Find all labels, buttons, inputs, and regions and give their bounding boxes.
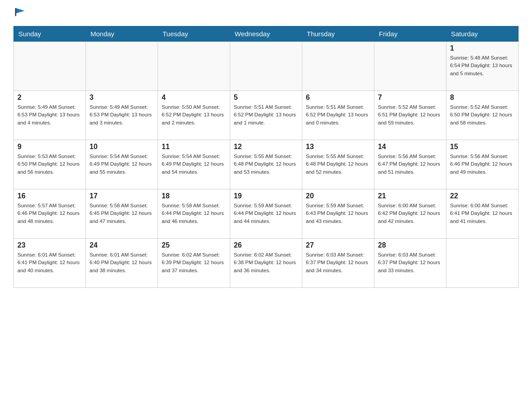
day-info: Sunrise: 5:59 AM Sunset: 6:44 PM Dayligh… bbox=[234, 202, 298, 225]
calendar-cell: 18Sunrise: 5:58 AM Sunset: 6:44 PM Dayli… bbox=[158, 189, 230, 239]
day-number: 6 bbox=[306, 94, 370, 102]
calendar-week-2: 2Sunrise: 5:49 AM Sunset: 6:53 PM Daylig… bbox=[14, 91, 519, 140]
day-number: 15 bbox=[450, 143, 515, 151]
calendar-week-1: 1Sunrise: 5:48 AM Sunset: 6:54 PM Daylig… bbox=[14, 42, 519, 91]
calendar-cell bbox=[230, 42, 302, 91]
calendar-cell: 8Sunrise: 5:52 AM Sunset: 6:50 PM Daylig… bbox=[446, 91, 519, 140]
calendar-cell bbox=[14, 42, 86, 91]
day-info: Sunrise: 5:55 AM Sunset: 6:48 PM Dayligh… bbox=[234, 153, 298, 176]
calendar-cell: 13Sunrise: 5:55 AM Sunset: 6:48 PM Dayli… bbox=[302, 140, 374, 189]
weekday-header-friday: Friday bbox=[374, 26, 446, 42]
calendar-cell: 2Sunrise: 5:49 AM Sunset: 6:53 PM Daylig… bbox=[14, 91, 86, 140]
day-info: Sunrise: 5:50 AM Sunset: 6:52 PM Dayligh… bbox=[162, 103, 226, 127]
calendar-week-4: 16Sunrise: 5:57 AM Sunset: 6:46 PM Dayli… bbox=[14, 189, 519, 239]
weekday-row: SundayMondayTuesdayWednesdayThursdayFrid… bbox=[14, 26, 519, 42]
calendar-cell: 15Sunrise: 5:56 AM Sunset: 6:46 PM Dayli… bbox=[446, 140, 519, 189]
calendar-cell: 4Sunrise: 5:50 AM Sunset: 6:52 PM Daylig… bbox=[158, 91, 230, 140]
day-number: 16 bbox=[17, 192, 82, 200]
calendar-cell bbox=[302, 42, 374, 91]
day-number: 28 bbox=[378, 241, 442, 249]
calendar-cell: 11Sunrise: 5:54 AM Sunset: 6:49 PM Dayli… bbox=[158, 140, 230, 189]
day-info: Sunrise: 5:51 AM Sunset: 6:52 PM Dayligh… bbox=[234, 103, 298, 127]
day-number: 12 bbox=[234, 143, 298, 151]
day-number: 2 bbox=[17, 94, 82, 102]
day-info: Sunrise: 5:55 AM Sunset: 6:48 PM Dayligh… bbox=[306, 153, 370, 176]
day-info: Sunrise: 5:58 AM Sunset: 6:44 PM Dayligh… bbox=[162, 202, 226, 225]
weekday-header-sunday: Sunday bbox=[14, 26, 86, 42]
day-info: Sunrise: 5:56 AM Sunset: 6:46 PM Dayligh… bbox=[450, 153, 515, 176]
page-header bbox=[13, 9, 519, 17]
day-info: Sunrise: 5:54 AM Sunset: 6:49 PM Dayligh… bbox=[162, 153, 226, 176]
day-number: 19 bbox=[234, 192, 298, 200]
calendar-cell: 28Sunrise: 6:03 AM Sunset: 6:37 PM Dayli… bbox=[374, 239, 446, 288]
weekday-header-wednesday: Wednesday bbox=[230, 26, 302, 42]
day-number: 10 bbox=[90, 143, 154, 151]
logo bbox=[13, 9, 26, 17]
calendar-cell: 6Sunrise: 5:51 AM Sunset: 6:52 PM Daylig… bbox=[302, 91, 374, 140]
calendar-cell: 25Sunrise: 6:02 AM Sunset: 6:39 PM Dayli… bbox=[158, 239, 230, 288]
day-info: Sunrise: 5:56 AM Sunset: 6:47 PM Dayligh… bbox=[378, 153, 442, 176]
day-number: 7 bbox=[378, 94, 442, 102]
calendar-cell: 24Sunrise: 6:01 AM Sunset: 6:40 PM Dayli… bbox=[86, 239, 158, 288]
calendar-header: SundayMondayTuesdayWednesdayThursdayFrid… bbox=[14, 26, 519, 42]
calendar-cell: 27Sunrise: 6:03 AM Sunset: 6:37 PM Dayli… bbox=[302, 239, 374, 288]
day-number: 1 bbox=[450, 44, 515, 52]
day-info: Sunrise: 6:01 AM Sunset: 6:40 PM Dayligh… bbox=[90, 251, 154, 274]
day-number: 21 bbox=[378, 192, 442, 200]
day-info: Sunrise: 6:02 AM Sunset: 6:39 PM Dayligh… bbox=[162, 251, 226, 274]
day-number: 17 bbox=[90, 192, 154, 200]
logo-flag-icon bbox=[15, 7, 26, 17]
day-number: 23 bbox=[17, 241, 82, 249]
day-info: Sunrise: 6:03 AM Sunset: 6:37 PM Dayligh… bbox=[306, 251, 370, 274]
weekday-header-thursday: Thursday bbox=[302, 26, 374, 42]
calendar-cell: 7Sunrise: 5:52 AM Sunset: 6:51 PM Daylig… bbox=[374, 91, 446, 140]
calendar-cell bbox=[446, 239, 519, 288]
calendar-cell: 1Sunrise: 5:48 AM Sunset: 6:54 PM Daylig… bbox=[446, 42, 519, 91]
calendar-cell: 21Sunrise: 6:00 AM Sunset: 6:42 PM Dayli… bbox=[374, 189, 446, 239]
day-info: Sunrise: 5:51 AM Sunset: 6:52 PM Dayligh… bbox=[306, 103, 370, 127]
day-info: Sunrise: 5:52 AM Sunset: 6:50 PM Dayligh… bbox=[450, 103, 515, 127]
day-number: 11 bbox=[162, 143, 226, 151]
calendar-cell: 9Sunrise: 5:53 AM Sunset: 6:50 PM Daylig… bbox=[14, 140, 86, 189]
weekday-header-tuesday: Tuesday bbox=[158, 26, 230, 42]
calendar-cell: 26Sunrise: 6:02 AM Sunset: 6:38 PM Dayli… bbox=[230, 239, 302, 288]
calendar-cell: 5Sunrise: 5:51 AM Sunset: 6:52 PM Daylig… bbox=[230, 91, 302, 140]
day-info: Sunrise: 5:54 AM Sunset: 6:49 PM Dayligh… bbox=[90, 153, 154, 176]
day-number: 26 bbox=[234, 241, 298, 249]
svg-marker-0 bbox=[16, 8, 25, 13]
day-info: Sunrise: 6:01 AM Sunset: 6:41 PM Dayligh… bbox=[17, 251, 82, 274]
day-number: 8 bbox=[450, 94, 515, 102]
calendar-cell: 10Sunrise: 5:54 AM Sunset: 6:49 PM Dayli… bbox=[86, 140, 158, 189]
day-number: 22 bbox=[450, 192, 515, 200]
calendar-cell: 16Sunrise: 5:57 AM Sunset: 6:46 PM Dayli… bbox=[14, 189, 86, 239]
day-number: 20 bbox=[306, 192, 370, 200]
calendar-cell bbox=[86, 42, 158, 91]
day-info: Sunrise: 5:52 AM Sunset: 6:51 PM Dayligh… bbox=[378, 103, 442, 127]
calendar-cell: 19Sunrise: 5:59 AM Sunset: 6:44 PM Dayli… bbox=[230, 189, 302, 239]
day-info: Sunrise: 5:49 AM Sunset: 6:53 PM Dayligh… bbox=[17, 103, 82, 127]
calendar-cell bbox=[374, 42, 446, 91]
calendar-cell: 3Sunrise: 5:49 AM Sunset: 6:53 PM Daylig… bbox=[86, 91, 158, 140]
day-info: Sunrise: 5:59 AM Sunset: 6:43 PM Dayligh… bbox=[306, 202, 370, 225]
day-number: 18 bbox=[162, 192, 226, 200]
calendar-week-3: 9Sunrise: 5:53 AM Sunset: 6:50 PM Daylig… bbox=[14, 140, 519, 189]
day-info: Sunrise: 6:03 AM Sunset: 6:37 PM Dayligh… bbox=[378, 251, 442, 274]
day-number: 25 bbox=[162, 241, 226, 249]
day-info: Sunrise: 5:57 AM Sunset: 6:46 PM Dayligh… bbox=[17, 202, 82, 225]
weekday-header-saturday: Saturday bbox=[446, 26, 519, 42]
day-number: 13 bbox=[306, 143, 370, 151]
calendar-cell: 20Sunrise: 5:59 AM Sunset: 6:43 PM Dayli… bbox=[302, 189, 374, 239]
calendar-cell: 23Sunrise: 6:01 AM Sunset: 6:41 PM Dayli… bbox=[14, 239, 86, 288]
day-number: 14 bbox=[378, 143, 442, 151]
day-number: 4 bbox=[162, 94, 226, 102]
day-info: Sunrise: 6:02 AM Sunset: 6:38 PM Dayligh… bbox=[234, 251, 298, 274]
day-number: 9 bbox=[17, 143, 82, 151]
calendar-cell: 14Sunrise: 5:56 AM Sunset: 6:47 PM Dayli… bbox=[374, 140, 446, 189]
day-number: 3 bbox=[90, 94, 154, 102]
calendar-cell bbox=[158, 42, 230, 91]
day-info: Sunrise: 6:00 AM Sunset: 6:41 PM Dayligh… bbox=[450, 202, 515, 225]
calendar-cell: 22Sunrise: 6:00 AM Sunset: 6:41 PM Dayli… bbox=[446, 189, 519, 239]
day-info: Sunrise: 6:00 AM Sunset: 6:42 PM Dayligh… bbox=[378, 202, 442, 225]
calendar-body: 1Sunrise: 5:48 AM Sunset: 6:54 PM Daylig… bbox=[14, 42, 519, 288]
day-info: Sunrise: 5:53 AM Sunset: 6:50 PM Dayligh… bbox=[17, 153, 82, 176]
